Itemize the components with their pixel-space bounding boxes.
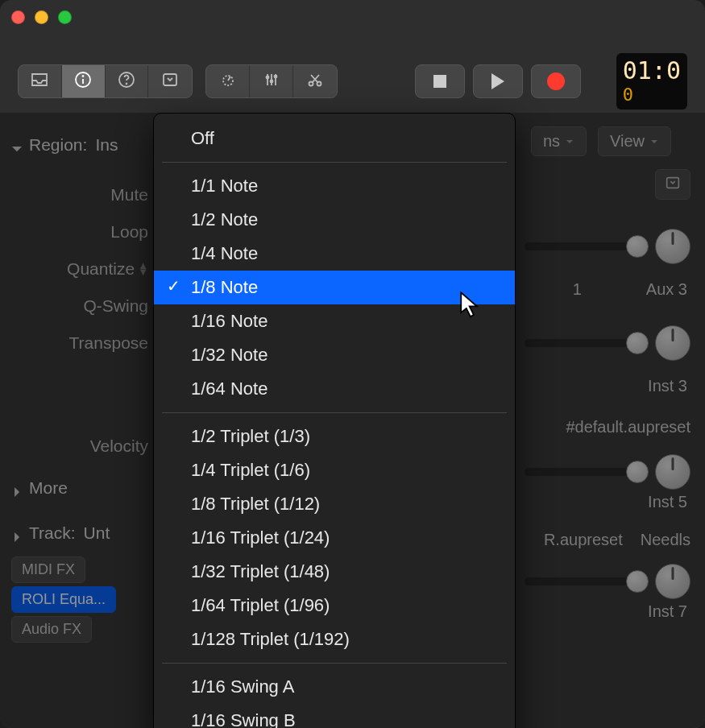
volume-slider[interactable]	[525, 242, 645, 250]
svg-point-4	[126, 83, 127, 84]
scissors-icon	[305, 70, 325, 93]
pan-knob[interactable]	[655, 454, 690, 490]
view-dropdown[interactable]: View	[598, 126, 671, 156]
channel-name: Inst 7	[648, 602, 687, 628]
help-button[interactable]	[106, 65, 149, 97]
library-button[interactable]	[19, 65, 62, 97]
quantize-row[interactable]: Quantize ▲▼	[6, 250, 155, 287]
quantize-menu-item[interactable]: 1/32 Triplet (1/48)	[154, 555, 515, 589]
region-section-header[interactable]: Region: Ins	[6, 125, 155, 165]
menu-separator	[162, 663, 507, 664]
volume-slider[interactable]	[525, 339, 645, 347]
more-section-header[interactable]: More	[6, 468, 155, 508]
quantize-menu-item[interactable]: 1/32 Note	[154, 338, 515, 372]
editors-button[interactable]	[293, 65, 337, 97]
track-value: Unt	[84, 523, 110, 543]
quantize-menu-item[interactable]: 1/2 Note	[154, 203, 515, 237]
svg-point-15	[317, 81, 321, 85]
quantize-menu-item[interactable]: 1/16 Swing A	[154, 670, 515, 704]
quantize-menu-item[interactable]: 1/128 Triplet (1/192)	[154, 623, 515, 656]
lcd-display[interactable]: 01:0 0	[616, 53, 687, 110]
audio-fx-slot[interactable]: Audio FX	[11, 616, 92, 643]
window-zoom-button[interactable]	[58, 10, 72, 24]
quantize-menu-item[interactable]: 1/2 Triplet (1/3)	[154, 420, 515, 453]
velocity-row[interactable]: Velocity	[6, 428, 155, 465]
transport-controls	[415, 64, 581, 98]
slider-thumb[interactable]	[626, 570, 649, 593]
functions-dropdown[interactable]: ns	[531, 126, 587, 156]
info-icon	[73, 70, 93, 93]
region-value: Ins	[95, 135, 118, 155]
stepper-icon[interactable]: ▲▼	[138, 263, 148, 275]
svg-point-14	[309, 81, 313, 85]
transpose-label: Transpose	[69, 333, 148, 353]
channel-name: Aux 3	[646, 280, 687, 306]
slider-thumb[interactable]	[626, 461, 649, 483]
quantize-menu-item[interactable]: 1/4 Note	[154, 237, 515, 271]
record-button[interactable]	[531, 64, 581, 98]
quantize-menu-item[interactable]: 1/16 Triplet (1/24)	[154, 521, 515, 555]
smart-controls-button[interactable]	[206, 65, 250, 97]
inspector-button-group	[18, 64, 193, 98]
functions-dropdown-label: ns	[543, 132, 560, 151]
inspector-panel: Region: Ins Mute Loop Quantize ▲▼ Q-Swin…	[0, 114, 161, 728]
quantize-menu-item[interactable]: 1/64 Note	[154, 372, 515, 406]
dial-icon	[218, 70, 238, 93]
quantize-menu-item[interactable]: 1/8 Triplet (1/12)	[154, 487, 515, 521]
quantize-menu-item[interactable]: 1/4 Triplet (1/6)	[154, 453, 515, 487]
chevron-right-icon	[11, 527, 23, 539]
chevron-right-icon	[11, 482, 23, 494]
qswing-label: Q-Swing	[83, 296, 148, 316]
menu-separator	[162, 412, 507, 413]
more-label: More	[29, 478, 68, 498]
pan-knob[interactable]	[655, 564, 690, 599]
mute-row[interactable]: Mute	[6, 176, 155, 213]
loop-row[interactable]: Loop	[6, 213, 155, 250]
channel-name: Inst 3	[648, 377, 687, 403]
loop-label: Loop	[110, 222, 148, 242]
svg-line-7	[228, 77, 230, 81]
stop-icon	[433, 75, 446, 88]
stop-button[interactable]	[415, 64, 465, 98]
instrument-slot[interactable]: ROLI Equa...	[11, 586, 116, 613]
chevron-down-icon	[649, 132, 659, 151]
view-dropdown-label: View	[610, 132, 645, 151]
quantize-menu[interactable]: Off1/1 Note1/2 Note1/4 Note1/8 Note1/16 …	[153, 113, 516, 728]
help-icon	[117, 70, 136, 93]
track-label: Track:	[29, 523, 76, 543]
mute-label: Mute	[110, 185, 148, 205]
mixer-button[interactable]	[250, 65, 293, 97]
transpose-row[interactable]: Transpose	[6, 325, 155, 362]
sliders-icon	[262, 70, 281, 93]
volume-slider[interactable]	[525, 468, 645, 476]
window-minimize-button[interactable]	[35, 10, 48, 24]
tray-icon	[30, 70, 49, 93]
channel-number: 1	[573, 280, 582, 306]
midi-fx-slot[interactable]: MIDI FX	[11, 556, 85, 583]
preset-name[interactable]: R.aupreset	[544, 531, 623, 549]
track-section-header[interactable]: Track: Unt	[6, 513, 155, 553]
volume-slider[interactable]	[525, 577, 645, 585]
quantize-menu-item[interactable]: 1/16 Note	[154, 304, 515, 338]
quantize-menu-item[interactable]: 1/1 Note	[154, 169, 515, 203]
quantize-menu-item[interactable]: Off	[154, 122, 515, 155]
lcd-time: 01:0	[623, 56, 681, 85]
window-close-button[interactable]	[11, 10, 25, 24]
lcd-subvalue: 0	[623, 85, 681, 105]
quantize-menu-item[interactable]: 1/8 Note	[154, 271, 515, 304]
quantize-label: Quantize	[67, 259, 135, 279]
pan-knob[interactable]	[655, 229, 690, 264]
slider-thumb[interactable]	[626, 332, 649, 354]
qswing-row[interactable]: Q-Swing	[6, 287, 155, 325]
toolbar-button[interactable]	[148, 65, 192, 97]
inspector-button[interactable]	[62, 65, 106, 97]
quantize-menu-item[interactable]: 1/64 Triplet (1/96)	[154, 589, 515, 623]
svg-point-12	[270, 80, 272, 82]
preset-right: Needls	[641, 531, 690, 549]
catch-playhead-button[interactable]	[655, 169, 690, 200]
chevron-down-icon	[565, 132, 574, 151]
quantize-menu-item[interactable]: 1/16 Swing B	[154, 704, 515, 728]
pan-knob[interactable]	[655, 325, 690, 361]
slider-thumb[interactable]	[626, 235, 649, 258]
play-button[interactable]	[473, 64, 523, 98]
